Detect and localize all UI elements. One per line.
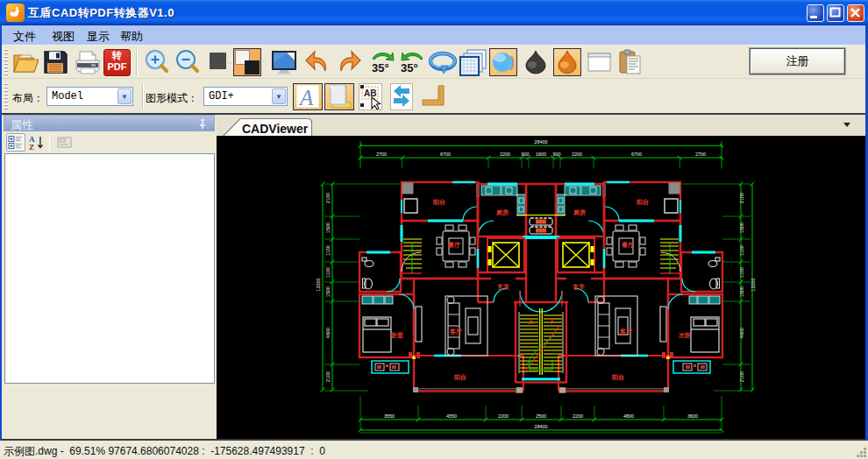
- svg-text:阳台: 阳台: [433, 199, 445, 206]
- svg-text:2700: 2700: [695, 152, 706, 157]
- svg-text:下: 下: [549, 318, 555, 324]
- svg-text:900: 900: [521, 152, 529, 157]
- svg-text:厨房: 厨房: [573, 208, 586, 216]
- svg-text:1100: 1100: [325, 245, 331, 256]
- svg-text:AB: AB: [364, 88, 376, 98]
- svg-text:客厅: 客厅: [619, 328, 632, 335]
- svg-text:1500: 1500: [325, 286, 331, 297]
- svg-text:1600: 1600: [536, 152, 546, 157]
- svg-text:客厅: 客厅: [449, 328, 462, 335]
- svg-text:1500: 1500: [739, 286, 744, 297]
- svg-text:13200: 13200: [316, 278, 321, 291]
- svg-text:2200: 2200: [573, 413, 583, 419]
- svg-text:2100: 2100: [325, 193, 331, 203]
- svg-text:厨房: 厨房: [495, 208, 509, 216]
- svg-text:1500: 1500: [739, 222, 744, 233]
- svg-text:上: 上: [528, 318, 534, 324]
- svg-text:4600: 4600: [739, 328, 744, 338]
- svg-text:4550: 4550: [446, 413, 457, 419]
- svg-text:阳台: 阳台: [612, 374, 624, 381]
- svg-text:28400: 28400: [534, 139, 547, 145]
- svg-text:Z: Z: [29, 143, 34, 151]
- svg-text:13200: 13200: [751, 278, 756, 291]
- svg-text:35°: 35°: [372, 61, 389, 74]
- svg-text:阳台: 阳台: [637, 199, 649, 206]
- svg-text:4600: 4600: [325, 328, 331, 338]
- svg-text:1100: 1100: [739, 245, 744, 256]
- svg-text:1500: 1500: [325, 222, 331, 233]
- svg-text:35°: 35°: [401, 61, 418, 74]
- svg-text:2500: 2500: [536, 413, 546, 419]
- svg-text:次卧: 次卧: [679, 332, 691, 339]
- svg-text:2200: 2200: [500, 152, 510, 157]
- svg-text:4800: 4800: [623, 413, 634, 419]
- svg-text:6700: 6700: [631, 152, 642, 157]
- svg-text:卧室: 卧室: [391, 331, 403, 338]
- svg-text:28400: 28400: [534, 424, 547, 429]
- svg-text:1100: 1100: [325, 267, 331, 278]
- svg-text:1100: 1100: [739, 267, 744, 278]
- svg-text:阳台: 阳台: [454, 374, 466, 381]
- svg-text:玄关: 玄关: [572, 283, 585, 291]
- svg-text:6700: 6700: [440, 152, 451, 157]
- svg-text:玄关: 玄关: [496, 283, 509, 291]
- svg-text:3600: 3600: [687, 413, 698, 419]
- svg-text:2100: 2100: [739, 193, 744, 203]
- svg-text:餐厅: 餐厅: [448, 242, 460, 249]
- svg-text:3550: 3550: [384, 413, 395, 419]
- svg-text:CADViewer: CADViewer: [242, 122, 309, 136]
- svg-text:2200: 2200: [572, 152, 582, 157]
- svg-text:900: 900: [552, 152, 560, 157]
- svg-text:2200: 2200: [498, 413, 509, 419]
- svg-text:餐厅: 餐厅: [622, 242, 634, 249]
- svg-text:A: A: [298, 86, 314, 109]
- svg-text:2700: 2700: [376, 152, 387, 157]
- svg-text:2100: 2100: [739, 371, 744, 382]
- svg-text:2100: 2100: [325, 371, 331, 382]
